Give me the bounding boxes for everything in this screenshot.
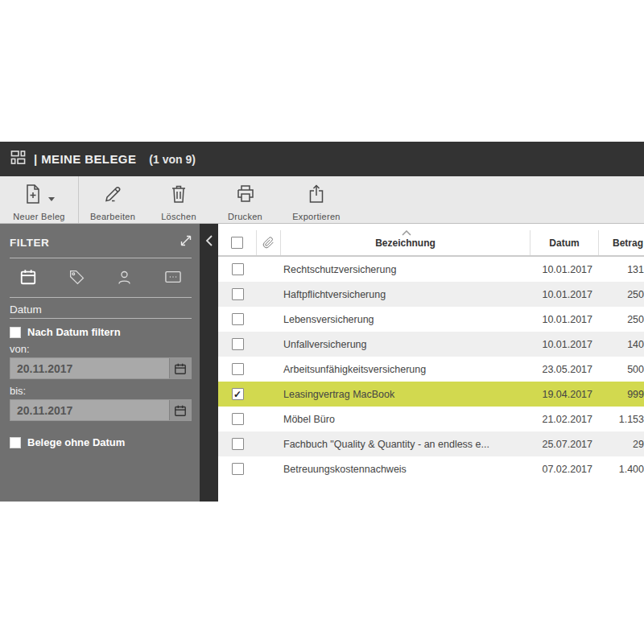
table-header: Bezeichnung Datum Betrag [218,230,644,257]
print-button[interactable]: Drucken [211,176,279,223]
person-filter-icon[interactable] [116,269,133,286]
row-checkbox[interactable] [232,363,244,375]
row-checkbox[interactable] [232,438,244,450]
calendar-icon [174,362,187,375]
table-row[interactable]: Unfallversicherung 10.01.2017 140 [218,332,644,357]
row-checkbox[interactable] [232,413,244,425]
no-date-label: Belege ohne Datum [27,436,125,448]
sidebar-collapse-strip[interactable] [200,224,218,502]
more-filter-icon[interactable] [164,269,182,285]
datum-section-title: Datum [10,303,192,316]
from-date-value[interactable]: 20.11.2017 [10,358,169,378]
calendar-filter-icon[interactable] [19,268,37,286]
print-label: Drucken [228,212,262,221]
app-window: | MEINE BELEGE (1 von 9) Neuer Beleg [0,142,644,502]
delete-label: Löschen [161,212,196,221]
row-checkbox[interactable] [232,288,244,300]
new-beleg-label: Neuer Beleg [13,212,64,221]
to-calendar-button[interactable] [169,400,191,420]
page-title: | MEINE BELEGE [34,152,136,166]
row-checkbox[interactable] [232,338,244,350]
chevron-left-icon[interactable] [204,234,214,247]
filter-title: FILTER [10,237,49,249]
table-row[interactable]: Fachbuch "Quality & Quantity - an endles… [218,431,644,456]
delete-button[interactable]: Löschen [147,176,211,223]
from-label: von: [10,343,192,355]
table-row-selected[interactable]: ✓ Leasingvertrag MacBook 19.04.2017 999 [218,382,644,407]
page-count: (1 von 9) [149,153,196,166]
to-label: bis: [10,385,192,397]
scroll-up-icon[interactable] [402,225,411,239]
table-row[interactable]: Arbeitsunfähigkeitsversicherung 23.05.20… [218,357,644,382]
no-date-row[interactable]: Belege ohne Datum [10,436,192,448]
expand-icon[interactable] [180,235,192,250]
table-row[interactable]: Rechtschutzversicherung 10.01.2017 131 [218,257,644,282]
filter-tabs [10,263,192,291]
edit-button[interactable]: Bearbeiten [79,176,147,223]
documents-table: Bezeichnung Datum Betrag Rechtschutzvers… [218,224,644,502]
new-document-icon [23,184,43,208]
toolbar: Neuer Beleg Bearbeiten Löschen [0,176,644,224]
select-all-header[interactable] [218,230,257,255]
from-date-input[interactable]: 20.11.2017 [10,357,192,379]
edit-label: Bearbeiten [90,212,135,221]
attachment-column-header[interactable] [257,230,281,255]
export-label: Exportieren [292,212,341,221]
modules-grid-icon[interactable] [10,150,26,168]
from-calendar-button[interactable] [169,358,191,378]
row-checkbox-checked[interactable]: ✓ [232,388,244,400]
row-checkbox[interactable] [232,463,244,475]
no-date-checkbox[interactable] [10,437,21,448]
amount-column-header[interactable]: Betrag [599,230,644,255]
calendar-icon [174,404,187,417]
filter-by-date-label: Nach Datum filtern [27,326,121,338]
to-date-value[interactable]: 20.11.2017 [10,400,169,420]
paperclip-icon [262,237,275,249]
filter-by-date-checkbox[interactable] [10,327,21,338]
dropdown-caret-icon[interactable] [48,197,55,201]
pencil-icon [102,184,123,208]
select-all-checkbox[interactable] [231,237,243,249]
filter-sidebar: FILTER [0,224,200,502]
table-row[interactable]: Lebensversicherung 10.01.2017 250 [218,307,644,332]
export-button[interactable]: Exportieren [279,176,353,223]
export-icon [307,184,326,208]
date-column-header[interactable]: Datum [530,230,599,255]
filter-by-date-row[interactable]: Nach Datum filtern [10,326,192,338]
table-row[interactable]: Haftpflichtversicherung 10.01.2017 250 [218,282,644,307]
new-beleg-button[interactable]: Neuer Beleg [0,176,79,223]
row-checkbox[interactable] [232,313,244,325]
titlebar: | MEINE BELEGE (1 von 9) [0,142,644,176]
table-row[interactable]: Betreuungskostennachweis 07.02.2017 1.40… [218,456,644,481]
trash-icon [169,184,188,208]
tag-filter-icon[interactable] [68,269,85,286]
printer-icon [235,184,256,208]
to-date-input[interactable]: 20.11.2017 [10,399,192,421]
row-checkbox[interactable] [232,263,244,275]
table-row[interactable]: Möbel Büro 21.02.2017 1.153 [218,407,644,431]
